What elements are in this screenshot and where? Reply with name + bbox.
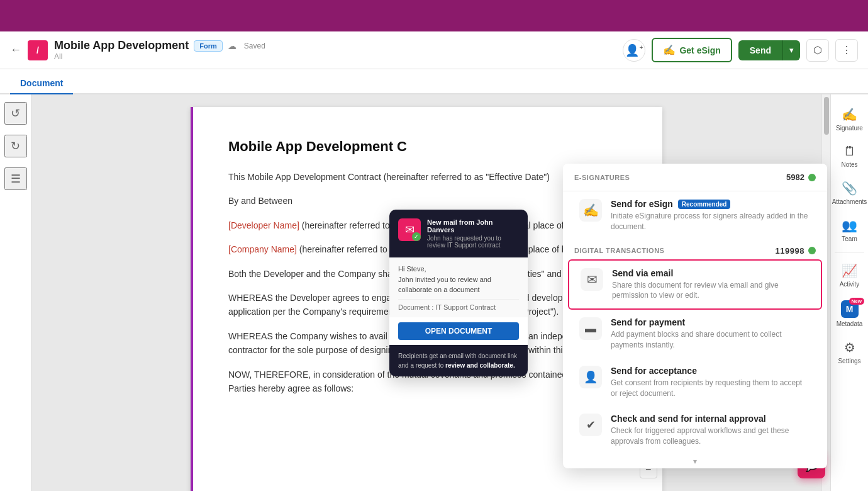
sidebar-item-signature[interactable]: ✍ Signature <box>831 102 868 137</box>
send-approval-option[interactable]: ✔ Check and send for internal approval C… <box>568 406 822 454</box>
esign-icon: ✍ <box>663 44 676 56</box>
send-button-group: Send ▾ <box>738 40 800 60</box>
send-panel: E-SIGNATURES 5982 ✍ Send for eSign Recom… <box>563 164 827 468</box>
sidebar-notes-label: Notes <box>841 161 857 168</box>
more-button[interactable]: ⋮ <box>835 39 858 62</box>
share-button[interactable]: ⬡ <box>806 39 829 62</box>
payment-option-text: Send for payment Add payment blocks and … <box>611 317 811 351</box>
esignatures-header: E-SIGNATURES 5982 <box>563 164 827 191</box>
signature-icon: ✍ <box>842 107 857 122</box>
acceptance-option-desc: Get consent from recipients by requestin… <box>611 378 811 399</box>
more-icon: ⋮ <box>842 44 852 56</box>
header-right: 👤+ ✍ Get eSign Send ▾ ⬡ ⋮ <box>623 38 858 62</box>
notif-greeting: Hi Steve, <box>398 264 519 274</box>
digital-count: 119998 <box>776 246 816 256</box>
sidebar-divider <box>835 252 864 253</box>
esign-option-desc: Initiate eSignature process for signers … <box>611 211 811 232</box>
doc-icon: / <box>28 40 48 60</box>
sidebar-item-attachments[interactable]: 📎 Attachments <box>831 176 868 210</box>
acceptance-option-title: Send for acceptance <box>611 366 811 376</box>
sidebar-metadata-label: Metadata <box>837 320 863 327</box>
notif-header: ✉ ✓ New mail from John Danvers John has … <box>389 210 528 257</box>
esign-option-title: Send for eSign Recommended <box>611 199 811 209</box>
approval-option-icon: ✔ <box>579 414 602 436</box>
sidebar-signature-label: Signature <box>836 125 863 132</box>
back-button[interactable]: ← <box>10 43 21 57</box>
redo-button[interactable]: ↻ <box>4 135 27 157</box>
open-document-button[interactable]: OPEN DOCUMENT <box>398 322 519 340</box>
share-icon: ⬡ <box>813 44 822 56</box>
send-payment-option[interactable]: ▬ Send for payment Add payment blocks an… <box>568 310 822 358</box>
sidebar-item-settings[interactable]: ⚙ Settings <box>831 335 868 370</box>
payment-option-title: Send for payment <box>611 317 811 327</box>
notif-doc-label: Document : IT Support Contract <box>398 299 519 311</box>
new-badge: New <box>849 298 864 305</box>
saved-label: Saved <box>244 42 265 50</box>
add-user-button[interactable]: 👤+ <box>623 39 645 62</box>
send-esign-option[interactable]: ✍ Send for eSign Recommended Initiate eS… <box>568 191 822 240</box>
notif-check-icon: ✓ <box>412 232 421 241</box>
digital-transactions-header: DIGITAL TRANSACTIONS 119998 <box>563 240 827 259</box>
undo-button[interactable]: ↺ <box>4 102 27 125</box>
approval-option-text: Check and send for internal approval Che… <box>611 414 811 447</box>
header-left: ← / Mobile App Development Form ☁ Saved … <box>10 39 615 61</box>
digital-title: DIGITAL TRANSACTIONS <box>574 247 664 254</box>
doc-title: Mobile App Development <box>54 39 189 52</box>
email-option-icon: ✉ <box>581 268 603 291</box>
send-dropdown-button[interactable]: ▾ <box>782 40 800 60</box>
saved-status: ☁ Saved <box>228 41 265 51</box>
notif-footer: Recipients get an email with document li… <box>389 345 528 376</box>
tab-document[interactable]: Document <box>10 73 73 94</box>
recommended-badge: Recommended <box>678 200 731 209</box>
notification-card: ✉ ✓ New mail from John Danvers John has … <box>389 210 528 376</box>
send-main-button[interactable]: Send <box>738 40 782 60</box>
notif-from: New mail from John Danvers <box>427 218 519 234</box>
scroll-thumb[interactable] <box>824 97 829 135</box>
sidebar-item-activity[interactable]: 📈 Activity <box>831 258 868 293</box>
digital-count-num: 119998 <box>776 246 804 256</box>
sidebar-item-team[interactable]: 👥 Team <box>831 213 868 247</box>
approval-option-title: Check and send for internal approval <box>611 414 811 424</box>
sidebar-attachments-label: Attachments <box>832 198 867 205</box>
list-button[interactable]: ☰ <box>4 167 27 190</box>
esignatures-count: 5982 <box>786 172 816 182</box>
form-badge: Form <box>194 40 223 52</box>
sidebar-item-metadata[interactable]: New M Metadata <box>831 295 868 332</box>
email-option-title: Send via email <box>612 268 810 278</box>
doc-sub: All <box>54 52 265 61</box>
email-option-text: Send via email Share this document for r… <box>612 268 810 302</box>
send-email-option[interactable]: ✉ Send via email Share this document for… <box>568 259 822 310</box>
panel-scroll-down: ▾ <box>563 454 827 468</box>
payment-option-icon: ▬ <box>579 317 602 340</box>
right-sidebar: ✍ Signature 🗒 Notes 📎 Attachments 👥 Team… <box>830 94 868 491</box>
company-placeholder: [Company Name] <box>228 244 297 254</box>
notes-icon: 🗒 <box>843 144 856 159</box>
sidebar-activity-label: Activity <box>840 281 860 288</box>
activity-icon: 📈 <box>842 263 857 278</box>
tabs-bar: Document <box>0 69 868 94</box>
send-acceptance-option[interactable]: 👤 Send for acceptance Get consent from r… <box>568 358 822 407</box>
doc-divider <box>191 107 193 491</box>
team-icon: 👥 <box>842 218 857 233</box>
notif-subtitle: John has requested you to review IT Supp… <box>427 235 519 249</box>
approval-option-desc: Check for triggered approval workflows a… <box>611 426 811 447</box>
esignatures-title: E-SIGNATURES <box>574 174 630 181</box>
acceptance-option-text: Send for acceptance Get consent from rec… <box>611 366 811 399</box>
sidebar-settings-label: Settings <box>838 358 860 364</box>
acceptance-option-icon: 👤 <box>579 366 602 388</box>
email-option-desc: Share this document for review via email… <box>612 280 810 302</box>
toolbar-left: ↺ ↻ ☰ <box>0 94 31 491</box>
notif-footer-bold: review and collaborate. <box>445 362 515 369</box>
sidebar-team-label: Team <box>842 235 857 242</box>
notif-body: Hi Steve, John invited you to review and… <box>389 257 528 317</box>
chevron-down-icon: ▾ <box>789 45 794 55</box>
get-esign-button[interactable]: ✍ Get eSign <box>652 38 732 62</box>
main-layout: ↺ ↻ ☰ Mobile App Development C This Mobi… <box>0 94 868 491</box>
developer-placeholder: [Developer Name] <box>228 220 299 230</box>
sidebar-item-notes[interactable]: 🗒 Notes <box>831 139 868 173</box>
notif-email-wrap: ✉ ✓ <box>398 218 421 241</box>
notif-title-area: New mail from John Danvers John has requ… <box>427 218 519 249</box>
doc-title-heading: Mobile App Development C <box>228 138 625 155</box>
doc-title-area: Mobile App Development Form ☁ Saved All <box>54 39 265 61</box>
digital-status-dot <box>808 247 816 254</box>
